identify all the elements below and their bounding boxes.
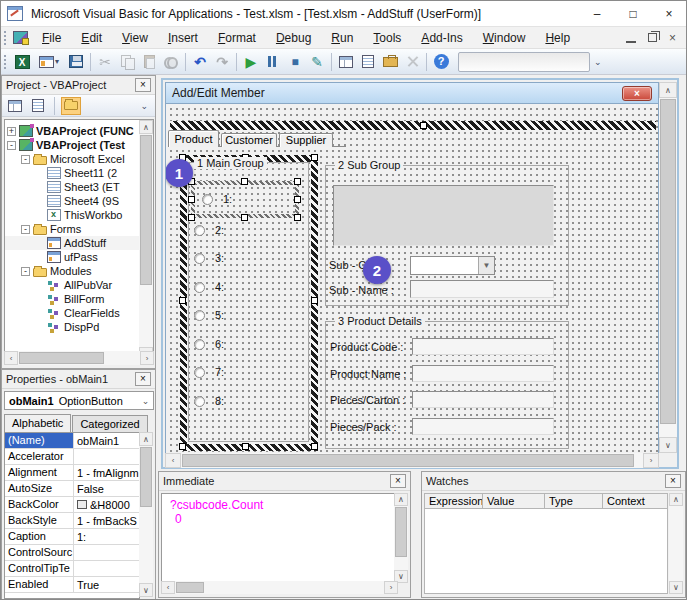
multipage-selection-hatch[interactable]	[170, 121, 656, 130]
tab-alphabetic[interactable]: Alphabetic	[4, 414, 71, 433]
toggle-folders-button[interactable]	[61, 97, 81, 115]
scroll-left-icon[interactable]: ‹	[4, 351, 18, 365]
toolbox-button[interactable]	[401, 51, 423, 73]
property-row[interactable]: EnabledTrue	[5, 577, 139, 593]
tree-item-vbaproject-func[interactable]: +VBAProject (FUNC	[5, 124, 141, 138]
project-panel-titlebar[interactable]: Project - VBAProject ×	[2, 76, 155, 95]
maximize-button[interactable]: □	[622, 3, 644, 25]
resize-handle[interactable]	[179, 443, 186, 450]
property-row[interactable]: Alignment1 - fmAlignm	[5, 465, 139, 481]
mdi-minimize-icon[interactable]	[626, 33, 636, 43]
find-button[interactable]	[160, 51, 182, 73]
insert-userform-button[interactable]: ▾	[33, 51, 65, 73]
toolbar-overflow-button[interactable]: ⌄	[590, 57, 606, 67]
immediate-hscrollbar[interactable]: ‹ ›	[161, 581, 398, 594]
property-row[interactable]: ControlTipTe	[5, 561, 139, 577]
toolbar-edit-box[interactable]	[458, 52, 590, 72]
scroll-up-icon[interactable]: ∧	[139, 432, 153, 446]
menu-edit[interactable]: Edit	[73, 29, 110, 47]
optionbutton-5[interactable]: 5:	[194, 309, 224, 321]
resize-handle[interactable]	[420, 122, 427, 129]
resize-handle[interactable]	[294, 214, 301, 221]
close-button[interactable]: ×	[658, 3, 680, 25]
radio-icon[interactable]	[202, 194, 213, 205]
scroll-down-icon[interactable]: ∨	[139, 583, 153, 597]
scroll-thumb[interactable]	[140, 447, 152, 507]
scroll-right-icon[interactable]: ›	[643, 453, 659, 468]
immediate-vscrollbar[interactable]: ∧ ∨	[394, 493, 408, 583]
scroll-right-icon[interactable]: ›	[384, 581, 398, 594]
project-vscrollbar[interactable]: ∧ ∨	[139, 120, 153, 361]
view-object-button[interactable]	[28, 97, 48, 115]
property-row[interactable]: AutoSizeFalse	[5, 481, 139, 497]
minimize-button[interactable]: –	[586, 3, 608, 25]
scroll-down-icon[interactable]: ∨	[659, 437, 677, 453]
sub-group-listbox[interactable]	[333, 185, 554, 246]
tree-item-sheet3[interactable]: Sheet3 (ET	[5, 180, 141, 194]
copy-button[interactable]	[116, 51, 138, 73]
properties-window-button[interactable]	[357, 51, 379, 73]
resize-handle[interactable]	[188, 214, 195, 221]
object-browser-button[interactable]	[379, 51, 401, 73]
redo-button[interactable]: ↷	[211, 51, 233, 73]
userform-close-icon[interactable]: ×	[622, 86, 652, 101]
pieces-pack-textbox[interactable]	[412, 418, 554, 435]
optionbutton-2[interactable]: 2:	[194, 224, 224, 236]
break-button[interactable]	[262, 51, 284, 73]
column-context[interactable]: Context	[603, 494, 667, 508]
cut-button[interactable]: ✂	[94, 51, 116, 73]
radio-icon[interactable]	[194, 396, 205, 407]
product-code-textbox[interactable]	[412, 338, 554, 355]
menu-window[interactable]: Window	[475, 29, 534, 47]
resize-handle[interactable]	[179, 297, 186, 304]
tree-item-allpubvar[interactable]: AllPubVar	[5, 278, 141, 292]
radio-icon[interactable]	[194, 225, 205, 236]
menu-help[interactable]: Help	[537, 29, 578, 47]
pieces-carton-textbox[interactable]	[412, 391, 554, 408]
menu-view[interactable]: View	[114, 29, 156, 47]
run-button[interactable]: ▶	[240, 51, 262, 73]
column-expression[interactable]: Expression	[425, 494, 483, 508]
resize-handle[interactable]	[188, 196, 195, 203]
scroll-thumb[interactable]	[19, 352, 104, 364]
resize-handle[interactable]	[311, 443, 318, 450]
scroll-thumb[interactable]	[176, 582, 204, 593]
design-mode-button[interactable]: ✎	[306, 51, 328, 73]
tree-item-excel-objects[interactable]: -Microsoft Excel	[5, 152, 141, 166]
tree-item-sheet11[interactable]: Sheet11 (2	[5, 166, 141, 180]
menu-file[interactable]: File	[34, 29, 69, 47]
help-button[interactable]: ?	[430, 51, 452, 73]
designer-hscrollbar[interactable]: ‹ ›	[165, 453, 659, 468]
view-excel-button[interactable]: X	[11, 51, 33, 73]
resize-handle[interactable]	[294, 178, 301, 185]
properties-panel-titlebar[interactable]: Properties - obMain1 ×	[2, 370, 155, 389]
resize-handle[interactable]	[294, 196, 301, 203]
menu-debug[interactable]: Debug	[268, 29, 319, 47]
property-row[interactable]: Caption1:	[5, 529, 139, 545]
scroll-up-icon[interactable]: ∧	[139, 120, 153, 134]
dropdown-arrow-icon[interactable]: ▾	[55, 57, 59, 66]
watches-list[interactable]	[424, 509, 668, 594]
property-row[interactable]: BackStyle1 - fmBackS	[5, 513, 139, 529]
view-code-button[interactable]	[5, 97, 25, 115]
scroll-thumb[interactable]	[395, 507, 407, 557]
radio-icon[interactable]	[194, 367, 205, 378]
scroll-thumb[interactable]	[660, 99, 676, 424]
product-name-textbox[interactable]	[412, 365, 554, 382]
tree-item-forms[interactable]: -Forms	[5, 222, 141, 236]
project-toolbar-overflow[interactable]: ⌄	[136, 101, 152, 111]
immediate-input-area[interactable]: ?csubcode.Count 0	[161, 493, 398, 583]
immediate-titlebar[interactable]: Immediate ×	[159, 472, 410, 491]
reset-button[interactable]: ■	[284, 51, 306, 73]
collapse-icon[interactable]: -	[21, 225, 30, 234]
menu-addins[interactable]: Add-Ins	[413, 29, 470, 47]
immediate-close-icon[interactable]: ×	[390, 474, 406, 488]
tab-product[interactable]: Product	[168, 130, 219, 147]
tab-categorized[interactable]: Categorized	[72, 415, 147, 432]
save-button[interactable]	[65, 51, 87, 73]
tree-item-thisworkbook[interactable]: ThisWorkbo	[5, 208, 141, 222]
scroll-thumb[interactable]	[182, 454, 634, 467]
properties-vscrollbar[interactable]: ∧ ∨	[139, 432, 153, 597]
scroll-thumb[interactable]	[140, 135, 152, 285]
frame-selection-hatch-bottom[interactable]	[180, 444, 318, 451]
